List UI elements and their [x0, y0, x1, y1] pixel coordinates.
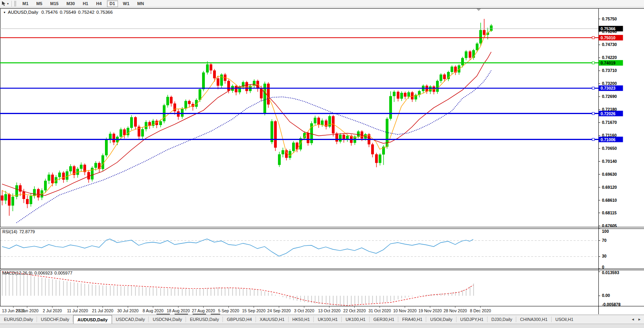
- collapse-triangle-icon[interactable]: ▼: [3, 11, 6, 14]
- macd-main-value: 0.006923: [34, 271, 52, 275]
- date-label: 3 Oct 2020: [294, 308, 315, 313]
- title-symbol: AUDUSD,Daily: [8, 10, 39, 15]
- title-high: 0.75549: [60, 10, 76, 15]
- tab-usdjpy-h1[interactable]: USDJPY,H1: [456, 315, 488, 324]
- price-axis-label: 0.69120: [602, 185, 617, 190]
- toolbar: ▾ M1M5M15M30H1H4D1W1MN: [0, 0, 644, 7]
- svg-text:0.71006: 0.71006: [601, 137, 616, 142]
- tab-scroll-right-icon[interactable]: ►: [638, 317, 641, 321]
- date-label: 18 Aug 2020: [167, 308, 190, 313]
- macd-label: MACD(12,26,9)0.0069230.005977: [2, 271, 72, 275]
- date-label: 23 Jun 2020: [16, 308, 39, 313]
- macd-axis-label: -0.005878: [602, 302, 620, 307]
- price-axis-label: 0.73200: [602, 81, 617, 86]
- svg-text:0.72026: 0.72026: [601, 111, 616, 116]
- tab-scroll-arrows: ◄ ►: [628, 315, 644, 324]
- date-label: 10 Nov 2020: [393, 308, 417, 313]
- date-label: 21 Jul 2020: [92, 308, 113, 313]
- macd-signal-value: 0.005977: [54, 271, 72, 275]
- price-axis-label: 0.67605: [602, 223, 617, 228]
- toolbar-grip[interactable]: [14, 1, 16, 6]
- main-chart-pane[interactable]: [0, 8, 644, 227]
- price-axis-label: 0.68610: [602, 198, 617, 203]
- date-label: 27 Aug 2020: [192, 308, 215, 313]
- price-axis-label: 0.74730: [602, 42, 617, 47]
- tab-uk100-h1[interactable]: UK100,H1: [314, 315, 342, 324]
- timeframe-button-m5[interactable]: M5: [33, 0, 45, 7]
- tab-hk50-h1[interactable]: HK50,H1: [289, 315, 314, 324]
- date-label: 15 Sep 2020: [242, 308, 266, 313]
- rsi-pane[interactable]: [0, 228, 644, 269]
- price-box-0.72026: 0.72026: [599, 111, 623, 116]
- price-axis-label: 0.73710: [602, 68, 617, 73]
- macd-axis-label: 0.00: [602, 293, 610, 298]
- rsi-axis-label: 30: [602, 254, 607, 258]
- tab-usdcnh-daily[interactable]: USDCNH,Daily: [149, 315, 186, 324]
- cursor-dropdown-caret-icon[interactable]: ▾: [7, 2, 9, 6]
- tab-eurusd-daily[interactable]: EURUSD,Daily: [186, 315, 223, 324]
- tab-gbpusd-h4[interactable]: GBPUSD,H4: [223, 315, 256, 324]
- svg-text:0.75010: 0.75010: [601, 35, 616, 40]
- rsi-axis-label: 100: [602, 229, 609, 234]
- rsi-name: RSI(14): [2, 229, 17, 234]
- tab-xauusd-h1[interactable]: XAUUSD,H1: [256, 315, 289, 324]
- svg-text:0.75366: 0.75366: [601, 26, 616, 31]
- macd-axis-label: 0.013593: [602, 270, 619, 275]
- timeframe-button-h4[interactable]: H4: [93, 0, 104, 7]
- toolbar-separator: [11, 1, 12, 7]
- timeframe-button-m15[interactable]: M15: [48, 0, 61, 7]
- tab-dj30-daily[interactable]: DJ30,Daily: [488, 315, 516, 324]
- rsi-axis-label: 70: [602, 238, 607, 243]
- title-low: 0.75242: [78, 10, 94, 15]
- date-label: 8 Dec 2020: [470, 308, 491, 313]
- date-label: 31 Oct 2020: [368, 308, 391, 313]
- date-label: 24 Sep 2020: [267, 308, 291, 313]
- chart-area[interactable]: 0.757500.752400.747300.742200.737100.732…: [0, 0, 644, 315]
- rsi-value: 72.8779: [19, 229, 35, 234]
- timeframe-button-mn[interactable]: MN: [134, 0, 147, 7]
- tab-china300-h1[interactable]: CHINA300,H1: [516, 315, 552, 324]
- tab-usoil-daily[interactable]: USOil,Daily: [426, 315, 456, 324]
- chart-cursor-icon[interactable]: [0, 0, 7, 7]
- price-box-0.74019: 0.74019: [599, 60, 623, 66]
- price-axis-label: 0.75750: [602, 17, 617, 21]
- price-axis-label: 0.70650: [602, 146, 617, 151]
- tab-usdcad-daily[interactable]: USDCAD,Daily: [112, 315, 149, 324]
- price-axis-label: 0.69630: [602, 172, 617, 177]
- tab-eurusd-daily[interactable]: EURUSD,Daily: [0, 315, 37, 324]
- tab-ger30-h1[interactable]: GER30,H1: [370, 315, 398, 324]
- date-label: 11 Jul 2020: [67, 308, 88, 313]
- timeframe-button-d1[interactable]: D1: [107, 0, 118, 7]
- price-axis-label: 0.70140: [602, 159, 617, 164]
- status-bar: [0, 324, 644, 328]
- date-label: 22 Oct 2020: [343, 308, 366, 313]
- timeframe-button-h1[interactable]: H1: [80, 0, 91, 7]
- tab-scroll-left-icon[interactable]: ◄: [631, 317, 635, 321]
- timeframe-button-m1[interactable]: M1: [20, 0, 31, 7]
- svg-text:AUDUSD,Daily0.754760.755490.75: AUDUSD,Daily0.754760.755490.752420.75366: [8, 10, 113, 15]
- tab-usdchf-daily[interactable]: USDCHF,Daily: [37, 315, 73, 324]
- price-axis-label: 0.74220: [602, 55, 617, 60]
- timeframe-button-w1[interactable]: W1: [120, 0, 132, 7]
- timeframe-button-m30[interactable]: M30: [64, 0, 77, 7]
- date-label: 13 Oct 2020: [318, 308, 340, 313]
- title-open: 0.75476: [41, 10, 58, 15]
- tab-uk100-h1[interactable]: UK100,H1: [342, 315, 370, 324]
- date-label: 2 Jul 2020: [43, 308, 62, 313]
- macd-name: MACD(12,26,9): [2, 271, 32, 275]
- tab-audusd-daily[interactable]: AUDUSD,Daily: [73, 315, 112, 324]
- chart-tab-bar: EURUSD,DailyUSDCHF,DailyAUDUSD,DailyUSDC…: [0, 315, 644, 324]
- date-label: 28 Nov 2020: [443, 308, 467, 313]
- current-price-box: 0.75366: [599, 26, 623, 31]
- price-axis-label: 0.72690: [602, 94, 617, 99]
- date-label: 19 Nov 2020: [418, 308, 442, 313]
- tab-usoil-h1[interactable]: USOil,H1: [552, 315, 578, 324]
- tab-fra40-h1[interactable]: FRA40,H1: [398, 315, 426, 324]
- price-box-0.75010: 0.75010: [599, 35, 623, 41]
- date-axis[interactable]: 13 Jun 202023 Jun 20202 Jul 202011 Jul 2…: [2, 306, 491, 313]
- svg-text:0.74019: 0.74019: [601, 61, 616, 65]
- price-box-0.71006: 0.71006: [599, 137, 623, 142]
- svg-text:0.73023: 0.73023: [601, 86, 616, 90]
- title-close: 0.75366: [96, 10, 113, 15]
- date-label: 30 Jul 2020: [117, 308, 138, 313]
